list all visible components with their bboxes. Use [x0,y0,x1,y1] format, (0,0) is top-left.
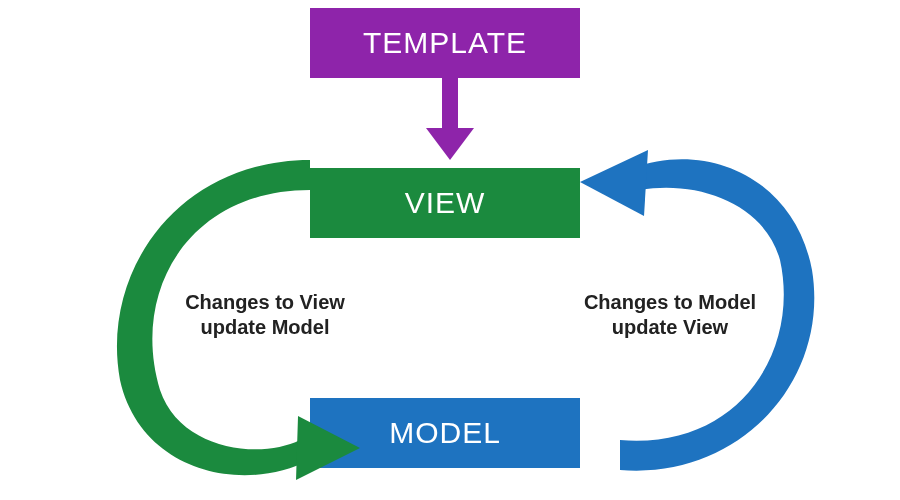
model-box-label: MODEL [389,416,501,450]
caption-left: Changes to View update Model [155,290,375,340]
caption-left-line1: Changes to View [185,291,345,313]
view-box-label: VIEW [405,186,486,220]
arrow-template-to-view [420,78,480,168]
caption-left-line2: update Model [201,316,330,338]
caption-right-line1: Changes to Model [584,291,756,313]
template-box-label: TEMPLATE [363,26,527,60]
svg-marker-3 [580,150,648,216]
caption-right: Changes to Model update View [555,290,785,340]
template-box: TEMPLATE [310,8,580,78]
svg-rect-0 [442,78,458,128]
svg-marker-1 [426,128,474,160]
caption-right-line2: update View [612,316,728,338]
svg-marker-2 [296,416,360,480]
